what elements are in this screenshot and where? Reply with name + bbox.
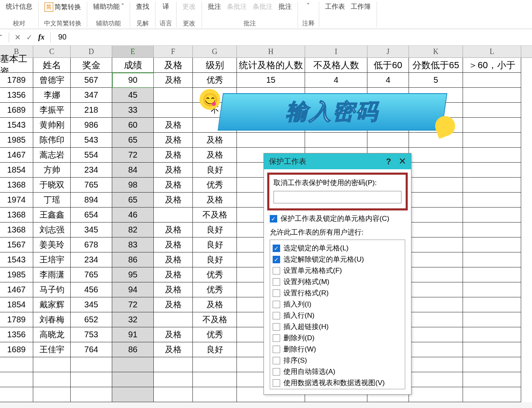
column-header-J[interactable]: J xyxy=(367,46,409,57)
permission-checkbox[interactable] xyxy=(273,323,280,331)
cell[interactable]: 马子钧 xyxy=(33,282,71,297)
permission-checkbox[interactable] xyxy=(273,334,280,342)
cell[interactable] xyxy=(463,103,521,118)
cell[interactable]: 及格 xyxy=(154,148,193,163)
cell[interactable]: 1689 xyxy=(0,103,33,118)
cell[interactable] xyxy=(463,237,521,252)
header-cell[interactable]: 不及格人数 xyxy=(305,58,367,73)
cell[interactable]: 554 xyxy=(71,148,112,163)
cell[interactable] xyxy=(463,387,521,402)
cell[interactable] xyxy=(463,73,521,88)
cell[interactable]: 良好 xyxy=(193,163,237,178)
permission-checkbox[interactable] xyxy=(273,301,280,308)
cell[interactable]: 及格 xyxy=(154,118,193,133)
cell[interactable]: 46 xyxy=(112,208,154,223)
permission-item[interactable]: 插入行(N) xyxy=(273,311,402,320)
cell[interactable]: 83 xyxy=(112,237,154,252)
cell[interactable] xyxy=(0,357,33,372)
cell[interactable]: 5 xyxy=(409,73,463,88)
cell[interactable]: 及格 xyxy=(193,193,237,208)
cell[interactable] xyxy=(409,372,463,387)
cell[interactable]: 60 xyxy=(112,118,154,133)
ribbon-item[interactable]: 工作表 xyxy=(323,2,347,12)
cell[interactable] xyxy=(409,178,463,193)
cell[interactable]: 678 xyxy=(71,237,112,252)
cell[interactable]: 543 xyxy=(71,133,112,148)
cell[interactable] xyxy=(463,357,521,372)
dialog-help-button[interactable]: ? xyxy=(386,157,391,166)
cell[interactable]: 及格 xyxy=(154,237,193,252)
column-header-H[interactable]: H xyxy=(237,46,305,57)
cell[interactable] xyxy=(463,193,521,208)
permission-checkbox[interactable] xyxy=(273,346,280,353)
cell[interactable] xyxy=(305,133,367,148)
formula-confirm-button[interactable]: ✓ xyxy=(23,33,35,42)
cell[interactable] xyxy=(409,357,463,372)
cell[interactable]: 1789 xyxy=(0,312,33,327)
cell[interactable]: 良好 xyxy=(193,237,237,252)
permission-item[interactable]: 设置行格式(R) xyxy=(273,288,402,298)
cell[interactable] xyxy=(154,357,193,372)
cell[interactable]: 764 xyxy=(71,342,112,357)
cell[interactable] xyxy=(463,252,521,267)
cell[interactable]: 高晓龙 xyxy=(33,327,71,342)
cell[interactable] xyxy=(409,267,463,282)
cell[interactable] xyxy=(409,237,463,252)
permission-checkbox[interactable] xyxy=(273,267,280,274)
header-cell[interactable]: 奖金 xyxy=(71,58,112,73)
cell[interactable]: 方帅 xyxy=(33,163,71,178)
header-cell[interactable]: 统计及格的人数 xyxy=(237,58,305,73)
cell[interactable] xyxy=(409,208,463,223)
formula-input[interactable]: 90 xyxy=(53,33,66,42)
cell[interactable] xyxy=(463,148,521,163)
cell[interactable]: 654 xyxy=(71,208,112,223)
cell[interactable]: 1985 xyxy=(0,133,33,148)
cell[interactable]: 347 xyxy=(71,88,112,103)
cell[interactable]: 优秀 xyxy=(193,267,237,282)
cell[interactable]: 82 xyxy=(112,223,154,237)
cell[interactable]: 不及格 xyxy=(193,208,237,223)
cell[interactable] xyxy=(154,208,193,223)
cell[interactable]: 及格 xyxy=(154,73,193,88)
cell[interactable] xyxy=(463,163,521,178)
cell[interactable]: 及格 xyxy=(193,297,237,312)
cell[interactable] xyxy=(193,357,237,372)
column-header-L[interactable]: L xyxy=(463,46,521,57)
cell[interactable]: 1368 xyxy=(0,223,33,237)
header-cell[interactable]: 姓名 xyxy=(33,58,71,73)
cell[interactable] xyxy=(409,163,463,178)
cell[interactable] xyxy=(367,133,409,148)
permission-checkbox[interactable]: ✓ xyxy=(273,256,280,263)
cell[interactable]: 98 xyxy=(112,178,154,193)
cell[interactable] xyxy=(154,103,193,118)
cell[interactable]: 90 xyxy=(112,73,154,88)
cell[interactable] xyxy=(71,372,112,387)
cell[interactable]: 1356 xyxy=(0,88,33,103)
permission-item[interactable]: 使用自动筛选(A) xyxy=(273,367,402,376)
cell[interactable]: 优秀 xyxy=(193,178,237,193)
cell[interactable] xyxy=(33,372,71,387)
cell[interactable] xyxy=(409,223,463,237)
ribbon-item[interactable]: ˇ xyxy=(305,2,311,11)
cell[interactable]: 753 xyxy=(71,327,112,342)
cell[interactable]: 218 xyxy=(71,103,112,118)
cell[interactable] xyxy=(463,372,521,387)
cell[interactable] xyxy=(71,357,112,372)
permission-checkbox[interactable] xyxy=(273,379,280,387)
cell[interactable]: 1854 xyxy=(0,297,33,312)
cell[interactable] xyxy=(463,282,521,297)
permission-checkbox[interactable]: ✓ xyxy=(273,245,280,252)
cell[interactable]: 于晓双 xyxy=(33,178,71,193)
cell[interactable]: 33 xyxy=(112,103,154,118)
cell[interactable]: 1689 xyxy=(0,342,33,357)
cell[interactable]: 优秀 xyxy=(193,327,237,342)
fx-icon[interactable]: fx xyxy=(38,33,44,42)
cell[interactable]: 894 xyxy=(71,193,112,208)
cell[interactable]: 陈伟印 xyxy=(33,133,71,148)
column-header-I[interactable]: I xyxy=(305,46,367,57)
cell[interactable]: 1543 xyxy=(0,252,33,267)
formula-cancel-button[interactable]: ✕ xyxy=(12,33,23,42)
permission-checkbox[interactable] xyxy=(273,357,280,364)
column-header-K[interactable]: K xyxy=(409,46,463,57)
permission-checkbox[interactable] xyxy=(273,368,280,376)
